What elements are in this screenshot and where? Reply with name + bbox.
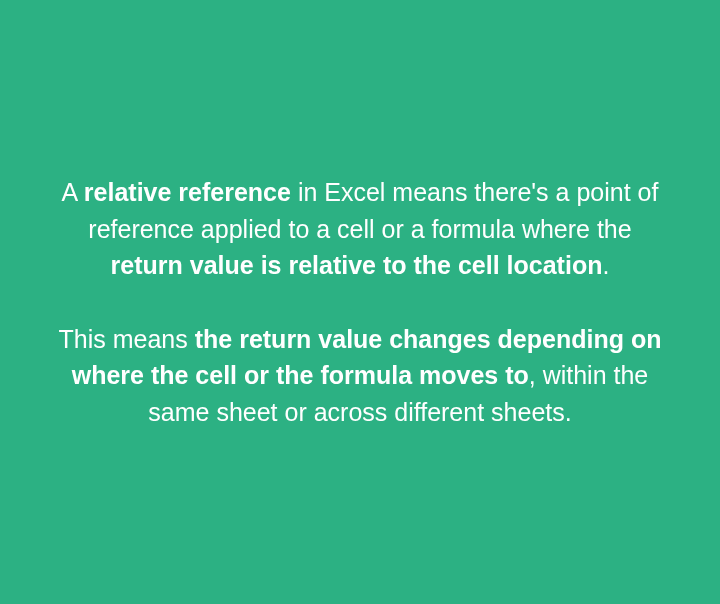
bold-text: return value is relative to the cell loc… xyxy=(111,251,603,279)
text-segment: A xyxy=(62,178,84,206)
text-segment: . xyxy=(602,251,609,279)
text-segment: This means xyxy=(59,325,195,353)
bold-text: relative reference xyxy=(84,178,291,206)
paragraph-1: A relative reference in Excel means ther… xyxy=(50,174,670,283)
paragraph-2: This means the return value changes depe… xyxy=(50,321,670,430)
content-block: A relative reference in Excel means ther… xyxy=(50,174,670,430)
